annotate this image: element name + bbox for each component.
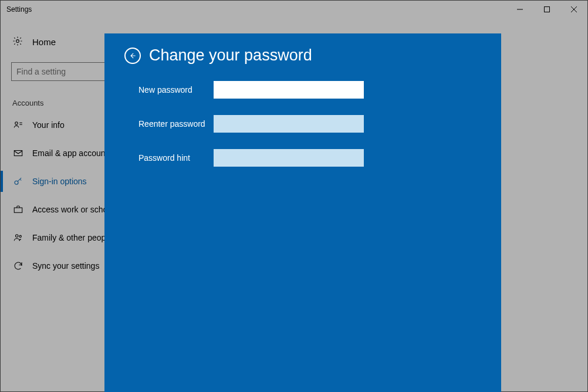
password-hint-label: Password hint bbox=[124, 153, 214, 163]
reenter-password-input[interactable] bbox=[214, 115, 364, 133]
new-password-label: New password bbox=[124, 85, 214, 94]
change-password-modal: Change your password New password Reente… bbox=[104, 33, 501, 392]
settings-window: Settings Home Accounts bbox=[0, 0, 588, 392]
password-hint-input[interactable] bbox=[214, 149, 364, 167]
modal-title: Change your password bbox=[149, 46, 312, 65]
modal-header: Change your password bbox=[124, 46, 481, 65]
reenter-password-label: Reenter password bbox=[124, 119, 214, 129]
reenter-password-row: Reenter password bbox=[124, 115, 481, 133]
new-password-input[interactable] bbox=[214, 81, 364, 99]
back-button[interactable] bbox=[124, 48, 141, 64]
new-password-row: New password bbox=[124, 81, 481, 99]
password-hint-row: Password hint bbox=[124, 149, 481, 167]
